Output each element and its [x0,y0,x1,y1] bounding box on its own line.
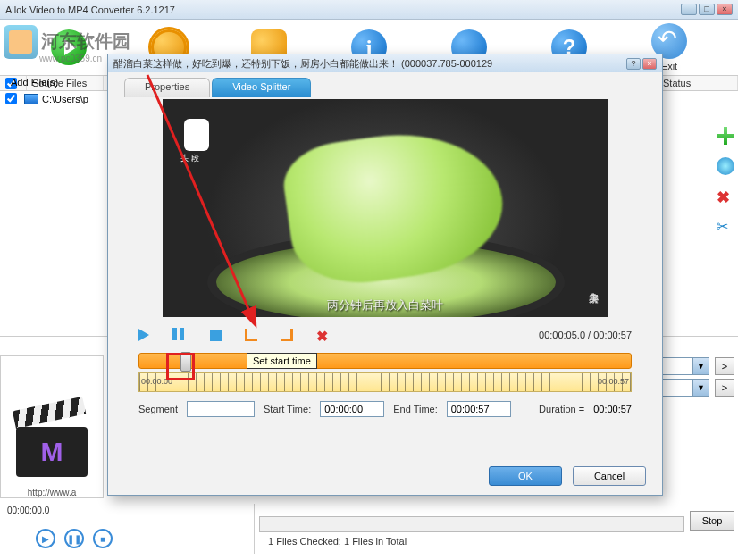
window-title: Allok Video to MP4 Converter 6.2.1217 [5,4,175,15]
maximize-button[interactable]: □ [699,4,715,15]
segment-select[interactable] [187,401,255,417]
tab-properties[interactable]: Properties [124,78,210,97]
pause-button[interactable] [172,328,187,342]
end-time-input[interactable] [447,401,511,417]
set-start-button[interactable] [245,329,257,341]
time-display: 00:00:05.0 / 00:00:57 [539,330,632,340]
file-path: C:\Users\p [42,94,88,104]
tab-video-splitter[interactable]: Video Splitter [212,78,311,97]
files-checked-label: 1 Files Checked; 1 Files in Total [268,536,407,547]
play-button[interactable] [138,329,149,341]
video-splitter-dialog: 醋溜白菜这样做，好吃到爆，还特别下饭，厨房小白都能做出来！ (000037.78… [107,54,663,496]
timeline-ruler[interactable]: 00:00:00 00:00:57 [138,372,632,392]
player-controls: ✖ 00:00:05.0 / 00:00:57 [124,324,646,346]
mini-stop-button[interactable]: ■ [93,529,113,548]
ruler-end: 00:00:57 [598,377,629,386]
mini-time: 00:00:00.0 [7,506,49,515]
ok-button[interactable]: OK [489,466,562,486]
side-buttons: ✖ ✂ [717,109,738,236]
chevron-down-icon[interactable]: ▼ [692,380,709,396]
cancel-button[interactable]: Cancel [573,466,646,486]
ruler-start: 00:00:00 [141,377,172,386]
chevron-down-icon[interactable]: ▼ [692,358,709,374]
preview-panel: M http://www.a [0,355,104,498]
video-subtitle: 两分钟后再放入白菜叶 [163,297,608,313]
segment-label: Segment [138,404,178,414]
mini-player: 00:00:00.0 [7,506,55,515]
file-checkbox[interactable] [5,93,17,104]
stop-button[interactable]: Stop [690,511,734,531]
add-icon[interactable] [717,127,734,145]
video-preview[interactable]: 小房美食 两分钟后再放入白菜叶 [163,99,608,317]
dialog-title: 醋溜白菜这样做，好吃到爆，还特别下饭，厨房小白都能做出来！ (000037.78… [113,57,492,71]
stop-player-button[interactable] [210,330,222,341]
clapper-icon: M [16,411,88,482]
dialog-titlebar: 醋溜白菜这样做，好吃到爆，还特别下饭，厨房小白都能做出来！ (000037.78… [108,54,662,72]
segment-fields: Segment Start Time: End Time: Duration =… [124,401,646,417]
seek-thumb[interactable] [180,352,191,372]
dialog-tabs: Properties Video Splitter [124,78,646,97]
up-icon[interactable] [717,157,734,175]
dialog-help-button[interactable]: ? [626,58,641,70]
mini-play-button[interactable]: ▶ [36,529,55,548]
duration-value: 00:00:57 [593,404,632,414]
mini-pause-button[interactable]: ❚❚ [64,529,84,548]
cut-icon[interactable]: ✂ [717,218,734,236]
dialog-close-button[interactable]: × [642,58,657,70]
window-titlebar: Allok Video to MP4 Converter 6.2.1217 _ … [0,0,738,20]
profile-settings-button[interactable]: > [715,357,734,375]
start-time-input[interactable] [320,401,384,417]
col-status: Status [658,76,738,90]
set-end-button[interactable] [281,329,293,341]
start-label: Start Time: [264,404,311,414]
progress-bar [259,516,684,532]
app-url: http://www.a [28,488,76,497]
add-files-label[interactable]: Add File(s) [11,77,58,88]
minimize-button[interactable]: _ [681,4,697,15]
duration-label: Duration = [539,404,584,414]
tooltip: Set start time [247,353,317,369]
delete-segment-button[interactable]: ✖ [316,328,331,342]
remove-icon[interactable]: ✖ [717,188,734,205]
close-button[interactable]: × [717,4,733,15]
channel-avatar [184,119,209,151]
convert-button[interactable] [51,29,87,65]
end-label: End Time: [393,404,438,414]
seek-slider[interactable]: Set start time [138,353,632,369]
output-browse-button[interactable]: > [715,379,734,397]
video-file-icon [24,94,38,104]
